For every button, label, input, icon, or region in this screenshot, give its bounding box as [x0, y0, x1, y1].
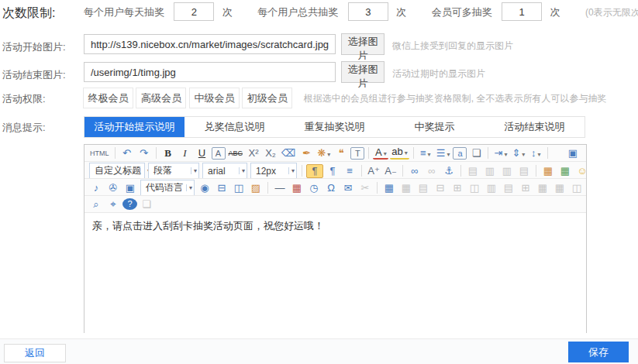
- word-image-icon[interactable]: ▨: [248, 181, 264, 195]
- insert-table-icon[interactable]: ▦: [381, 181, 397, 195]
- start-image-input[interactable]: [84, 34, 336, 54]
- format-painter-icon[interactable]: ✒: [298, 146, 314, 160]
- tab-activity-end-message[interactable]: 活动结束说明: [485, 117, 585, 137]
- heading-select[interactable]: 自定义标题▾: [89, 163, 145, 179]
- total-draw-input[interactable]: [348, 2, 388, 21]
- member-option-junior[interactable]: 初级会员: [242, 88, 292, 108]
- paragraph-select[interactable]: 段落▾: [148, 163, 199, 179]
- footer-bar: 返回 保存: [0, 338, 638, 364]
- table-full-width-icon: ◫: [569, 181, 585, 195]
- auto-typeset-icon[interactable]: ❋▾: [316, 146, 332, 160]
- font-family-select[interactable]: arial▾: [202, 163, 247, 179]
- template-icon[interactable]: ◫: [231, 181, 247, 195]
- italic-icon[interactable]: I: [178, 146, 193, 160]
- date-icon[interactable]: ▦: [289, 181, 305, 195]
- tab-activity-start-message[interactable]: 活动开始提示说明: [84, 117, 185, 137]
- toolbar-separator: [361, 165, 362, 177]
- start-image-pick-button[interactable]: 选择图片: [341, 33, 385, 55]
- anchor-name-icon[interactable]: a: [453, 147, 467, 160]
- member-option-senior[interactable]: 高级会员: [136, 88, 186, 108]
- toolbar-separator: [115, 147, 116, 159]
- toolbar-separator: [402, 165, 403, 177]
- toolbar-separator: [488, 147, 488, 159]
- editor-content[interactable]: 亲，请点击进入刮刮卡抽奖活动页面，祝您好运哦！: [84, 213, 586, 338]
- table-align-center-icon: ▦: [552, 181, 567, 195]
- blockquote-icon[interactable]: ❝: [333, 146, 349, 160]
- tab-redeem-info[interactable]: 兑奖信息说明: [185, 117, 285, 137]
- code-language-select[interactable]: 代码语言▾: [140, 180, 195, 196]
- anchor-icon[interactable]: ⚓: [441, 164, 457, 178]
- font-size-select[interactable]: 12px▾: [250, 163, 297, 179]
- ordered-list-icon[interactable]: ≡▾: [418, 146, 433, 160]
- page-break-icon[interactable]: ⊟: [214, 181, 229, 195]
- html-source-icon[interactable]: HTML: [88, 146, 111, 160]
- daily-draw-input[interactable]: [174, 2, 214, 21]
- back-button[interactable]: 返回: [4, 344, 66, 362]
- member-option-ultimate[interactable]: 终极会员: [83, 88, 133, 108]
- preview-icon[interactable]: ⌕: [88, 197, 104, 211]
- subscript-icon[interactable]: X₂: [263, 146, 278, 160]
- emoji-icon[interactable]: ☺: [574, 164, 586, 178]
- line-height-icon[interactable]: ↕▾: [528, 146, 543, 160]
- chevron-down-icon: ▾: [327, 151, 330, 158]
- end-image-label: 活动结束图片:: [2, 68, 66, 82]
- paste-text-icon[interactable]: T: [350, 147, 364, 160]
- text-indent-icon[interactable]: ≡: [342, 164, 357, 178]
- ltr-icon[interactable]: ¶: [306, 164, 323, 178]
- redo-icon[interactable]: ↷: [136, 146, 152, 160]
- tab-repeat-draw[interactable]: 重复抽奖说明: [285, 117, 385, 137]
- scratchcard-activity-settings-page: 次数限制: 每个用户每天抽奖 次 每个用户总共抽奖 次 会员可多抽奖 次 (0表…: [0, 0, 638, 364]
- superscript-icon[interactable]: X²: [246, 146, 261, 160]
- link-icon[interactable]: ∞: [407, 164, 422, 178]
- member-option-middle[interactable]: 中级会员: [189, 88, 240, 108]
- chevron-down-icon: ▾: [428, 151, 431, 158]
- map-icon[interactable]: ◉: [197, 181, 212, 195]
- new-doc-icon[interactable]: ❏: [468, 146, 484, 160]
- tab-win-message[interactable]: 中奖提示: [385, 117, 485, 137]
- horizontal-rule-icon[interactable]: —: [272, 181, 288, 195]
- remove-format-icon[interactable]: ⌫: [280, 146, 297, 160]
- message-tabs-label: 消息提示:: [2, 121, 46, 135]
- border-text-icon[interactable]: A: [212, 147, 226, 160]
- image-left-icon: ▤: [465, 164, 481, 178]
- undo-icon[interactable]: ↶: [119, 146, 135, 160]
- insert-image-icon[interactable]: ▦: [540, 164, 556, 178]
- rtl-icon[interactable]: ¶: [325, 164, 340, 178]
- member-extra-draw-input[interactable]: [502, 2, 542, 21]
- fullscreen-icon[interactable]: ▣: [565, 146, 581, 160]
- limits-note: (0表示无限次): [585, 7, 638, 18]
- underline-icon[interactable]: U: [195, 146, 210, 160]
- special-char-icon[interactable]: Ω: [323, 181, 339, 195]
- bold-icon[interactable]: B: [160, 146, 176, 160]
- indent-icon[interactable]: ⇥▾: [492, 146, 509, 160]
- row-spacing-icon[interactable]: ⇕▾: [510, 146, 526, 160]
- search-replace-icon[interactable]: ⌖: [105, 197, 121, 211]
- quick-format-icon[interactable]: ✉: [340, 181, 356, 195]
- attachment-icon[interactable]: ✇: [105, 181, 121, 195]
- font-color-icon[interactable]: A▾: [373, 146, 388, 160]
- image-manager-icon[interactable]: ▦: [557, 164, 573, 178]
- message-tabbar: 活动开始提示说明 兑奖信息说明 重复抽奖说明 中奖提示 活动结束说明: [84, 116, 585, 138]
- end-image-pick-button[interactable]: 选择图片: [341, 61, 385, 83]
- insert-frame-icon[interactable]: ▣: [122, 181, 138, 195]
- save-button[interactable]: 保存: [568, 342, 629, 362]
- image-right-icon: ▥: [499, 164, 515, 178]
- toolbar-separator: [413, 147, 414, 159]
- total-draw-unit: 次: [396, 6, 406, 18]
- member-extra-draw-unit: 次: [550, 6, 560, 18]
- end-image-input[interactable]: [84, 62, 336, 82]
- unordered-list-icon[interactable]: ☰▾: [435, 146, 452, 160]
- help-icon[interactable]: ?: [122, 198, 137, 210]
- insert-row-icon: ⊞: [450, 181, 465, 195]
- editor-toolbar-row-3: ♪✇▣代码语言▾◉⊟◫▨—▦◷Ω✉✂▦▦▤⊟⊞◫▥▤⊞▦▦◫❏⎙: [84, 179, 586, 196]
- font-size-up-icon[interactable]: A⁺: [366, 164, 381, 178]
- time-icon[interactable]: ◷: [306, 181, 322, 195]
- toolbar-separator: [377, 182, 378, 194]
- font-size-down-icon[interactable]: A₋: [383, 164, 398, 178]
- editor-toolbar-row-2: 自定义标题▾段落▾arial▾12px▾¶¶≡A⁺A₋∞∞⚓▤▥▥▤▦▦☺✎▥: [84, 162, 586, 179]
- highlight-color-icon[interactable]: ab▾: [390, 146, 409, 160]
- end-image-hint: 活动过期时的显示图片: [392, 67, 485, 81]
- strikethrough-icon[interactable]: ABC: [227, 146, 245, 160]
- daily-draw-unit: 次: [222, 6, 233, 18]
- music-icon[interactable]: ♪: [88, 181, 104, 195]
